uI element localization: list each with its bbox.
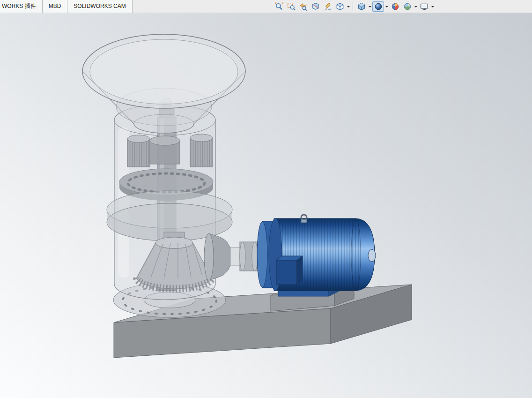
view-settings-icon[interactable] bbox=[418, 1, 430, 12]
display-style-icon[interactable] bbox=[355, 1, 367, 12]
command-tabs: WORKS 插件 MBD SOLIDWORKS CAM bbox=[0, 0, 133, 13]
tab-solidworks-addins[interactable]: WORKS 插件 bbox=[0, 0, 43, 13]
view-orientation-dropdown-arrow[interactable] bbox=[346, 1, 350, 12]
hide-show-items-dropdown-arrow[interactable] bbox=[384, 1, 389, 12]
edit-appearance-icon[interactable] bbox=[389, 1, 401, 12]
electric-motor[interactable] bbox=[257, 215, 376, 291]
command-manager-bar: WORKS 插件 MBD SOLIDWORKS CAM bbox=[0, 0, 532, 13]
previous-view-icon[interactable] bbox=[297, 1, 309, 12]
tab-solidworks-cam[interactable]: SOLIDWORKS CAM bbox=[67, 0, 132, 13]
apply-scene-icon[interactable] bbox=[401, 1, 413, 12]
toolbar-separator bbox=[353, 2, 353, 11]
zoom-to-area-icon[interactable] bbox=[285, 1, 297, 12]
apply-scene-dropdown-arrow[interactable] bbox=[414, 1, 418, 12]
heads-up-view-toolbar bbox=[273, 1, 435, 12]
tab-mbd[interactable]: MBD bbox=[43, 0, 68, 13]
motor-terminal-box[interactable] bbox=[276, 256, 303, 285]
zoom-to-fit-icon[interactable] bbox=[273, 1, 285, 12]
dynamic-annotation-views-icon[interactable] bbox=[322, 1, 333, 12]
graphics-viewport[interactable] bbox=[0, 13, 532, 398]
view-orientation-icon[interactable] bbox=[334, 1, 346, 12]
view-settings-dropdown-arrow[interactable] bbox=[430, 1, 435, 12]
model-vertical-mill-assembly[interactable] bbox=[0, 13, 532, 398]
display-style-dropdown-arrow[interactable] bbox=[368, 1, 372, 12]
shaft-coupling[interactable] bbox=[204, 233, 264, 280]
section-view-icon[interactable] bbox=[310, 1, 321, 12]
spur-gear-pair[interactable] bbox=[127, 134, 213, 167]
hopper-funnel[interactable] bbox=[82, 34, 245, 133]
hide-show-items-icon[interactable] bbox=[372, 1, 384, 12]
